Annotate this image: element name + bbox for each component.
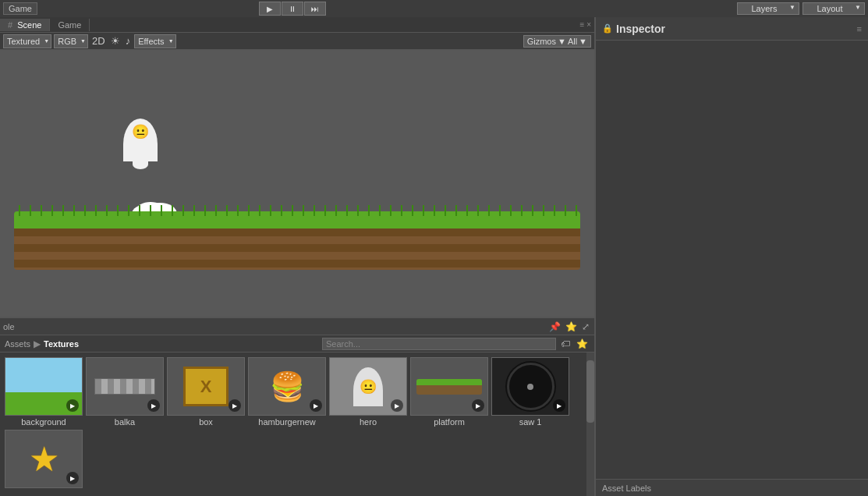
ghost-character: 😐 xyxy=(121,119,160,173)
inspector-body xyxy=(596,41,868,479)
asset-thumb-star: ★ ▶ xyxy=(5,430,83,488)
assets-bar: Assets ▶ Textures 🏷 ⭐ xyxy=(0,335,594,353)
asset-grid: ▶ background ▶ balka xyxy=(0,353,594,494)
play-hero-btn[interactable]: ▶ xyxy=(391,399,403,412)
tab-options: ≡ × xyxy=(580,20,594,29)
saw-center xyxy=(527,384,533,390)
play-saw-btn[interactable]: ▶ xyxy=(553,399,565,412)
assets-breadcrumb-root: Assets xyxy=(5,339,30,349)
next-button[interactable]: ⏭ xyxy=(304,2,326,16)
layers-layout-controls: Layers Layout xyxy=(737,2,865,15)
ghost-body: 😐 xyxy=(123,119,158,161)
asset-thumb-platform: ▶ xyxy=(410,357,488,416)
grass-top xyxy=(14,211,580,229)
layers-dropdown[interactable]: Layers xyxy=(737,2,799,15)
list-item[interactable]: ▶ box xyxy=(167,357,245,427)
play-platform-btn[interactable]: ▶ xyxy=(472,399,484,412)
bottom-panel: ole 📌 ⭐ ⤢ Assets ▶ Textures 🏷 ⭐ xyxy=(0,317,594,496)
asset-thumb-balka: ▶ xyxy=(86,357,164,416)
asset-thumb-burger: 🍔 ▶ xyxy=(248,357,326,416)
sun-icon-btn[interactable]: ☀ xyxy=(109,34,122,48)
asset-label: platform xyxy=(434,417,465,427)
dirt xyxy=(14,229,580,270)
scene-icon: # xyxy=(8,20,12,30)
list-item[interactable]: ▶ saw 1 xyxy=(491,357,569,427)
inspector-panel: 🔒 Inspector ≡ Asset Labels xyxy=(594,17,868,496)
platform-preview xyxy=(416,379,481,395)
list-item[interactable]: 😐 ▶ hero xyxy=(329,357,407,427)
main-layout: # Scene Game ≡ × Textured RGB 2D ☀ ♪ Eff… xyxy=(0,17,868,496)
assets-star-btn[interactable]: ⭐ xyxy=(575,338,590,349)
asset-thumb-saw: ▶ xyxy=(491,357,569,416)
star-preview: ★ xyxy=(29,439,59,479)
tab-scene[interactable]: # Scene xyxy=(0,19,50,31)
play-star-btn[interactable]: ▶ xyxy=(66,472,79,484)
gizmos-all-button[interactable]: Gizmos ▼ All ▼ xyxy=(523,35,591,48)
asset-label: background xyxy=(21,417,66,427)
scrollbar-track[interactable] xyxy=(586,353,594,496)
inspector-header: 🔒 Inspector ≡ xyxy=(596,17,868,41)
play-balka-btn[interactable]: ▶ xyxy=(147,399,160,412)
list-item[interactable]: ★ ▶ xyxy=(5,430,83,490)
inspector-title: Inspector xyxy=(616,23,665,35)
ground-platform xyxy=(14,211,580,270)
asset-labels-bar: Asset Labels xyxy=(596,479,868,496)
audio-icon-btn[interactable]: ♪ xyxy=(124,34,133,48)
saw-preview xyxy=(505,361,556,412)
scrollbar-thumb[interactable] xyxy=(586,360,594,423)
inspector-lock-icon: 🔒 xyxy=(602,23,613,34)
pause-button[interactable]: ⏸ xyxy=(282,2,303,16)
scene-toolbar: Textured RGB 2D ☀ ♪ Effects Gizmos ▼ All… xyxy=(0,33,594,50)
assets-search-input[interactable] xyxy=(322,338,556,350)
bottom-toolbar: ole 📌 ⭐ ⤢ xyxy=(0,318,594,335)
transport-controls: ▶ ⏸ ⏭ xyxy=(259,2,326,16)
list-item[interactable]: ▶ balka xyxy=(86,357,164,427)
play-background-btn[interactable]: ▶ xyxy=(66,399,79,412)
asset-label: saw 1 xyxy=(519,417,542,427)
asset-label: box xyxy=(199,417,213,427)
scene-area: # Scene Game ≡ × Textured RGB 2D ☀ ♪ Eff… xyxy=(0,17,594,496)
rgb-dropdown[interactable]: RGB xyxy=(54,34,88,48)
top-bar: Game ▶ ⏸ ⏭ Layers Layout xyxy=(0,0,868,17)
asset-label: balka xyxy=(115,417,135,427)
star-icon-btn[interactable]: ⭐ xyxy=(564,321,579,332)
scene-game-tabs: # Scene Game ≡ × xyxy=(0,17,594,33)
burger-preview: 🍔 xyxy=(270,370,305,403)
2d-button[interactable]: 2D xyxy=(90,34,107,48)
play-burger-btn[interactable]: ▶ xyxy=(310,399,322,412)
asset-label: hero xyxy=(360,417,377,427)
box-preview xyxy=(183,367,229,406)
asset-thumb-box: ▶ xyxy=(167,357,245,416)
ghost-face: 😐 xyxy=(132,125,149,139)
asset-labels-text: Asset Labels xyxy=(602,484,651,493)
bottom-icons: 📌 ⭐ ⤢ xyxy=(547,321,591,332)
effects-dropdown[interactable]: Effects xyxy=(134,34,175,48)
list-item[interactable]: 🍔 ▶ hamburgernew xyxy=(248,357,326,427)
inspector-options-icon: ≡ xyxy=(857,24,862,34)
play-box-btn[interactable]: ▶ xyxy=(229,399,241,412)
hero-face: 😐 xyxy=(353,367,383,406)
list-item[interactable]: ▶ platform xyxy=(410,357,488,427)
console-label: ole xyxy=(3,322,15,331)
list-item[interactable]: ▶ background xyxy=(5,357,83,427)
balka-preview xyxy=(94,378,155,395)
asset-grid-container: ▶ background ▶ balka xyxy=(0,353,594,496)
tab-game[interactable]: Game xyxy=(50,19,90,31)
assets-filter-btn[interactable]: 🏷 xyxy=(559,338,572,349)
viewport: 😐 xyxy=(0,50,594,317)
grass-blades xyxy=(14,205,580,216)
play-button[interactable]: ▶ xyxy=(259,2,281,16)
maximize-icon-btn[interactable]: ⤢ xyxy=(580,321,591,332)
textured-dropdown[interactable]: Textured xyxy=(3,34,51,48)
pin-icon-btn[interactable]: 📌 xyxy=(547,321,562,332)
layout-dropdown[interactable]: Layout xyxy=(802,2,865,15)
asset-thumb-background: ▶ xyxy=(5,357,83,416)
asset-thumb-hero: 😐 ▶ xyxy=(329,357,407,416)
asset-label: hamburgernew xyxy=(258,417,315,427)
game-title-button[interactable]: Game xyxy=(3,2,37,15)
assets-breadcrumb-path: Textures xyxy=(44,339,79,349)
